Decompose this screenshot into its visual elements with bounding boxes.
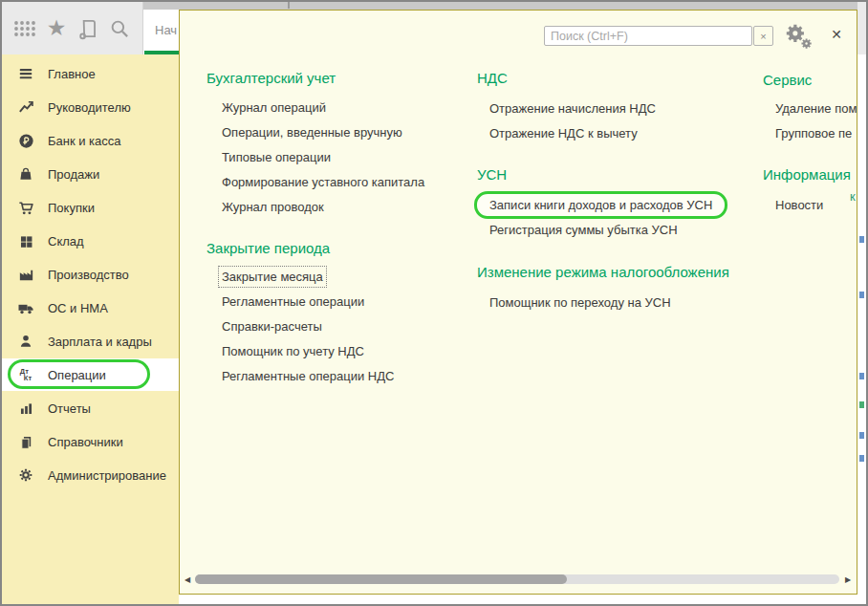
factory-icon [16, 265, 35, 284]
sidebar-item-os-i-nma[interactable]: ОС и НМА [2, 292, 179, 324]
background-toolbar-strip [857, 2, 866, 54]
sidebar-item-administrirovanie[interactable]: Администрирование [2, 459, 179, 491]
menu-item-operacii-vvedennye-vruchnuyu[interactable]: Операции, введенные вручную [222, 125, 402, 140]
section-title-information: Информация [763, 166, 851, 183]
trend-chart-icon [16, 97, 35, 117]
favorites-star-icon[interactable]: ★ [43, 15, 70, 42]
close-panel-icon[interactable]: ✕ [828, 26, 845, 43]
books-icon [16, 432, 35, 451]
horizontal-scrollbar-thumb[interactable] [195, 574, 567, 584]
section-title-period-close: Закрытие периода [206, 240, 330, 256]
menu-item-zakrytie-mesyaca[interactable]: Закрытие месяца [222, 270, 323, 284]
sidebar-item-glavnoe[interactable]: Главное [2, 57, 179, 90]
sidebar-item-label: Руководителю [48, 100, 131, 115]
menu-item-reglamentnye-operacii[interactable]: Регламентные операции [222, 294, 364, 309]
sidebar-item-prodazhi[interactable]: Продажи [2, 158, 179, 190]
warehouse-boxes-icon [16, 231, 35, 250]
menu-item-otrazhenie-nds-k-vychetu[interactable]: Отражение НДС к вычету [489, 126, 638, 141]
section-title-accounting: Бухгалтерский учет [206, 70, 336, 86]
sidebar-item-label: Продажи [48, 167, 99, 182]
search-clear-button[interactable]: × [753, 26, 773, 46]
tab-home-label: Нач [155, 23, 177, 37]
dtkt-bottom-glyph: Кт [24, 375, 32, 381]
scrollbar-left-arrow[interactable]: ◀ [184, 575, 190, 584]
sections-sidebar: Главное Руководителю Банк и касса [2, 54, 179, 604]
clipped-link-fragment [859, 455, 864, 462]
sidebar-item-label: Справочники [48, 435, 123, 449]
star-glyph: ★ [47, 17, 67, 39]
dt-kt-icon: Дт Кт [16, 365, 35, 384]
menu-item-gruppovoe-pereprovedenie[interactable]: Групповое пе [775, 126, 852, 141]
clipped-link-fragment [859, 373, 864, 379]
shopping-cart-icon [16, 198, 35, 217]
menu-item-spravki-raschety[interactable]: Справки-расчеты [222, 319, 322, 334]
sidebar-item-label: Главное [48, 67, 96, 81]
truck-icon [16, 298, 35, 317]
sidebar-item-bank-i-kassa[interactable]: Банк и касса [2, 124, 179, 157]
tab-home[interactable]: Нач [144, 10, 179, 51]
menu-item-zhurnal-provodok[interactable]: Журнал проводок [222, 200, 324, 214]
background-page-strip [857, 2, 866, 604]
sidebar-item-rukovoditelyu[interactable]: Руководителю [2, 91, 179, 123]
clipped-link-fragment [859, 432, 864, 439]
person-icon [16, 332, 35, 351]
clipped-link-fragment [859, 236, 864, 243]
sidebar-item-sklad[interactable]: Склад [2, 225, 179, 257]
menu-item-pomoshchnik-po-uchetu-nds[interactable]: Помощник по учету НДС [222, 344, 364, 358]
tab-divider [288, 1, 290, 9]
history-scroll-icon[interactable] [75, 15, 101, 42]
menu-item-reglamentnye-operacii-nds[interactable]: Регламентные операции НДС [222, 369, 394, 383]
gear-icon [16, 465, 35, 485]
menu-item-pomoshchnik-po-perehodu-na-usn[interactable]: Помощник по переходу на УСН [489, 295, 671, 310]
sidebar-item-proizvodstvo[interactable]: Производство [2, 258, 179, 291]
sidebar-item-zarplata-i-kadry[interactable]: Зарплата и кадры [2, 325, 179, 357]
menu-item-zapisi-knigi-dohodov-usn[interactable]: Записи книги доходов и расходов УСН [474, 191, 727, 219]
menu-item-udalenie-pomechennyh[interactable]: Удаление пом [775, 101, 857, 116]
sidebar-item-label: Отчеты [48, 401, 91, 416]
main-toolbar: ★ [2, 2, 143, 54]
section-title-tax-regime-change: Изменение режима налогообложения [477, 264, 729, 280]
settings-gears-icon[interactable] [782, 21, 813, 52]
sidebar-item-pokupki[interactable]: Покупки [2, 191, 179, 224]
horizontal-scrollbar-track[interactable] [195, 574, 839, 584]
menu-item-zhurnal-operacij[interactable]: Журнал операций [222, 100, 326, 115]
menu-item-novosti[interactable]: Новости [775, 198, 823, 212]
clipped-link-fragment [859, 292, 864, 298]
scrollbar-right-arrow[interactable]: ▶ [845, 575, 851, 584]
app-window: Нач ★ [0, 0, 868, 606]
sidebar-item-otchety[interactable]: Отчеты [2, 392, 179, 424]
sidebar-item-label: Склад [48, 234, 84, 249]
clipped-menu-fragment: к [850, 189, 856, 204]
global-search-icon[interactable] [106, 15, 133, 42]
sidebar-item-label: Зарплата и кадры [48, 335, 152, 349]
sections-grid-icon[interactable] [11, 15, 38, 42]
clipped-link-fragment [859, 401, 864, 408]
sidebar-item-label: Покупки [48, 201, 95, 215]
sidebar-item-label: Администрирование [48, 468, 166, 483]
sidebar-item-label: Производство [48, 268, 129, 282]
menu-item-otrazhenie-nachisleniya-nds[interactable]: Отражение начисления НДС [489, 101, 656, 116]
menu-item-tipovye-operacii[interactable]: Типовые операции [222, 150, 331, 164]
menu-item-formirovanie-ustavnogo-kapitala[interactable]: Формирование уставного капитала [222, 175, 424, 189]
section-title-service: Сервис [763, 72, 812, 88]
menu-item-registraciya-summy-ubytka-usn[interactable]: Регистрация суммы убытка УСН [489, 223, 678, 237]
sidebar-item-label: ОС и НМА [48, 301, 108, 315]
shopping-bag-icon [16, 164, 35, 184]
sidebar-item-label: Операции [48, 368, 106, 382]
sidebar-item-spravochniki[interactable]: Справочники [2, 425, 179, 458]
ruble-coin-icon [16, 131, 35, 150]
menu-icon [16, 64, 35, 83]
operations-menu-panel: × ✕ Бухгалте [179, 10, 857, 595]
search-input[interactable] [544, 26, 752, 46]
section-title-usn: УСН [477, 166, 507, 183]
sidebar-item-operacii[interactable]: Дт Кт Операции [2, 358, 179, 391]
bar-chart-icon [16, 399, 35, 418]
sidebar-item-label: Банк и касса [48, 134, 121, 148]
section-title-nds: НДС [477, 70, 508, 86]
